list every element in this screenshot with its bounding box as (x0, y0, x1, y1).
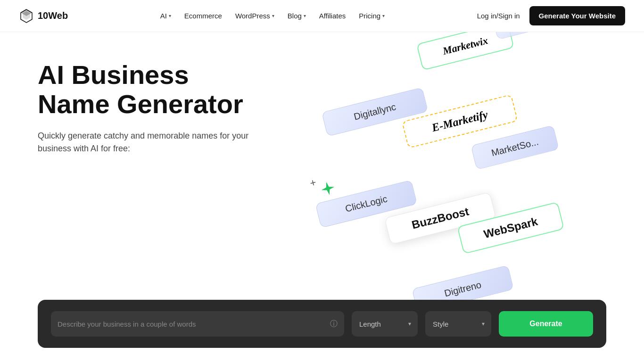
chevron-down-icon: ▾ (304, 13, 306, 18)
search-bar: ⓘ Length Short Medium Long ▾ Style Profe… (38, 300, 606, 348)
navbar: 10Web AI ▾ Ecommerce WordPress ▾ Blog ▾ … (0, 0, 644, 32)
chevron-down-icon: ▾ (382, 13, 385, 18)
logo-icon (19, 8, 34, 24)
card-text: WebSpark (482, 215, 539, 241)
sparkle-diamond-icon (320, 181, 336, 197)
hero-subtitle: Quickly generate catchy and memorable na… (38, 130, 273, 155)
card-text: MarketSo... (490, 136, 540, 158)
generate-website-button[interactable]: Generate Your Website (529, 6, 625, 25)
nav-item-wordpress[interactable]: WordPress ▾ (235, 12, 274, 20)
card-text: Digitreno (443, 280, 482, 299)
generate-button[interactable]: Generate (499, 311, 593, 337)
nav-item-ai[interactable]: AI ▾ (160, 12, 171, 20)
main-section: AI Business Name Generator Quickly gener… (0, 32, 644, 362)
hero-title: AI Business Name Generator (38, 60, 273, 118)
search-input-wrapper[interactable]: ⓘ (51, 311, 344, 337)
length-select[interactable]: Length Short Medium Long (352, 311, 418, 337)
sparkle-plus-icon: + (309, 176, 318, 189)
nav-item-ecommerce[interactable]: Ecommerce (184, 12, 222, 20)
nav-links: AI ▾ Ecommerce WordPress ▾ Blog ▾ Affili… (160, 12, 385, 20)
card-text: Digitallync (353, 101, 397, 122)
style-select-wrapper: Style Professional Creative Playful Mode… (425, 311, 491, 337)
logo-text: 10Web (38, 10, 68, 21)
length-select-wrapper: Length Short Medium Long ▾ (352, 311, 418, 337)
nav-item-blog[interactable]: Blog ▾ (288, 12, 306, 20)
style-select[interactable]: Style Professional Creative Playful Mode… (425, 311, 491, 337)
nav-item-pricing[interactable]: Pricing ▾ (359, 12, 385, 20)
name-card-marketso: MarketSo... (471, 125, 559, 170)
card-text: ClickLogic (344, 193, 388, 214)
business-description-input[interactable] (58, 320, 330, 328)
card-text: Marketwix (441, 34, 489, 58)
chevron-down-icon: ▾ (169, 13, 171, 18)
nav-right: Log in/Sign in Generate Your Website (477, 6, 625, 25)
info-icon[interactable]: ⓘ (330, 319, 338, 329)
signin-link[interactable]: Log in/Sign in (477, 12, 520, 20)
chevron-down-icon: ▾ (272, 13, 274, 18)
card-text: E-Marketify (430, 108, 489, 135)
logo[interactable]: 10Web (19, 8, 68, 24)
nav-item-affiliates[interactable]: Affiliates (319, 12, 346, 20)
